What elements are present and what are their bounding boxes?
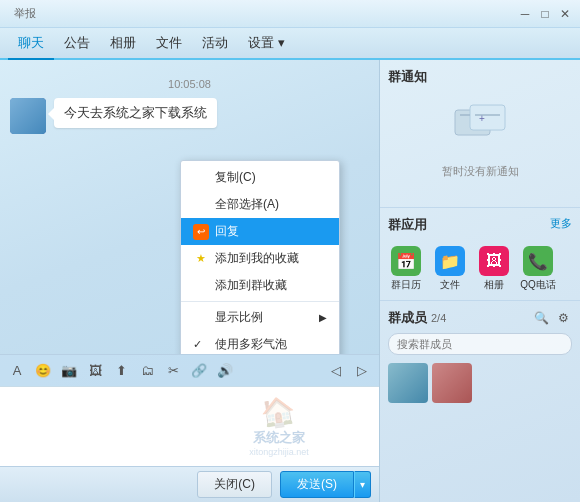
- reply-icon: ↩: [193, 224, 209, 240]
- folder-button[interactable]: 🗂: [136, 360, 158, 382]
- input-area: [0, 386, 379, 466]
- file-icon: 📁: [435, 246, 465, 276]
- settings-member-icon[interactable]: ⚙: [554, 309, 572, 327]
- bottom-buttons: 关闭(C) 发送(S) ▾: [0, 466, 379, 502]
- apps-title-row: 群应用 更多: [388, 216, 572, 240]
- svg-rect-1: [470, 105, 505, 130]
- member-avatar-2[interactable]: [432, 363, 472, 403]
- notify-section: 群通知 + 暂时没有新通知: [380, 60, 580, 208]
- message-row: 今天去系统之家下载系统: [10, 98, 369, 134]
- upload-button[interactable]: ⬆: [110, 360, 132, 382]
- tab-settings[interactable]: 设置 ▾: [238, 30, 295, 58]
- main-layout: 10:05:08 今天去系统之家下载系统 复制(C) 全部选择(A): [0, 60, 580, 502]
- tab-album[interactable]: 相册: [100, 30, 146, 58]
- ctx-display-ratio-arrow: ▶: [319, 312, 327, 323]
- tab-file[interactable]: 文件: [146, 30, 192, 58]
- ctx-reply-label: 回复: [215, 223, 239, 240]
- tab-chat[interactable]: 聊天: [8, 30, 54, 60]
- app-calendar[interactable]: 📅 群日历: [388, 246, 424, 292]
- ctx-use-bubble[interactable]: ✓ 使用多彩气泡: [181, 331, 339, 354]
- ctx-display-ratio-label: 显示比例: [215, 309, 263, 326]
- phone-label: QQ电话: [520, 278, 556, 292]
- chat-area: 10:05:08 今天去系统之家下载系统 复制(C) 全部选择(A): [0, 60, 380, 502]
- title-bar: 举报 ─ □ ✕: [0, 0, 580, 28]
- app-album[interactable]: 🖼 相册: [476, 246, 512, 292]
- file-label: 文件: [440, 278, 460, 292]
- members-count: 2/4: [431, 312, 446, 324]
- ctx-separator-1: [181, 301, 339, 302]
- message-bubble: 今天去系统之家下载系统: [54, 98, 217, 128]
- arrow-right-button[interactable]: ▷: [351, 360, 373, 382]
- album-icon: 🖼: [479, 246, 509, 276]
- ctx-use-bubble-label: 使用多彩气泡: [215, 336, 287, 353]
- scissors-button[interactable]: ✂: [162, 360, 184, 382]
- audio-button[interactable]: 🔊: [214, 360, 236, 382]
- send-button[interactable]: 发送(S): [280, 471, 354, 498]
- members-title-row: 群成员 2/4 🔍 ⚙: [388, 309, 572, 327]
- context-menu: 复制(C) 全部选择(A) ↩ 回复 ★ 添加到我的收藏 添加到群收藏: [180, 160, 340, 354]
- apps-title: 群应用: [388, 216, 427, 234]
- album-label: 相册: [484, 278, 504, 292]
- avatar: [10, 98, 46, 134]
- notify-empty: 暂时没有新通知: [388, 144, 572, 199]
- ctx-add-group-fav[interactable]: 添加到群收藏: [181, 272, 339, 299]
- calendar-label: 群日历: [391, 278, 421, 292]
- notify-icon: +: [450, 100, 510, 140]
- calendar-icon: 📅: [391, 246, 421, 276]
- star-icon: ★: [193, 251, 209, 267]
- ctx-add-fav[interactable]: ★ 添加到我的收藏: [181, 245, 339, 272]
- capture-button[interactable]: 📷: [58, 360, 80, 382]
- svg-text:+: +: [479, 113, 485, 124]
- close-chat-button[interactable]: 关闭(C): [197, 471, 272, 498]
- app-phone[interactable]: 📞 QQ电话: [520, 246, 556, 292]
- toolbar: A 😊 📷 🖼 ⬆ 🗂 ✂ 🔗 🔊 ◁ ▷: [0, 354, 379, 386]
- members-icons: 🔍 ⚙: [532, 309, 572, 327]
- app-file[interactable]: 📁 文件: [432, 246, 468, 292]
- minimize-button[interactable]: ─: [516, 5, 534, 23]
- apps-section: 群应用 更多 📅 群日历 📁 文件 🖼 相册 📞 QQ电话: [380, 208, 580, 301]
- emoji-button[interactable]: 😊: [32, 360, 54, 382]
- apps-list: 📅 群日历 📁 文件 🖼 相册 📞 QQ电话: [388, 246, 572, 292]
- members-section: 群成员 2/4 🔍 ⚙: [380, 301, 580, 502]
- member-avatar-1[interactable]: [388, 363, 428, 403]
- ctx-display-ratio[interactable]: 显示比例 ▶: [181, 304, 339, 331]
- nav-bar: 聊天 公告 相册 文件 活动 设置 ▾: [0, 28, 580, 60]
- message-input[interactable]: [4, 391, 375, 451]
- message-text: 今天去系统之家下载系统: [64, 105, 207, 120]
- members-title: 群成员: [388, 309, 427, 327]
- link-button[interactable]: 🔗: [188, 360, 210, 382]
- message-timestamp: 10:05:08: [10, 78, 369, 90]
- notify-title: 群通知: [388, 68, 572, 86]
- tab-notice[interactable]: 公告: [54, 30, 100, 58]
- avatar-image: [10, 98, 46, 134]
- ctx-select-all-label: 全部选择(A): [215, 196, 279, 213]
- ctx-copy[interactable]: 复制(C): [181, 164, 339, 191]
- maximize-button[interactable]: □: [536, 5, 554, 23]
- arrow-left-button[interactable]: ◁: [325, 360, 347, 382]
- send-arrow-button[interactable]: ▾: [354, 471, 371, 498]
- apps-more-link[interactable]: 更多: [550, 216, 572, 231]
- messages-container: 10:05:08 今天去系统之家下载系统 复制(C) 全部选择(A): [0, 60, 379, 354]
- member-avatars: [388, 363, 572, 403]
- ctx-reply[interactable]: ↩ 回复: [181, 218, 339, 245]
- right-panel: 群通知 + 暂时没有新通知 群应用 更多 📅 群日: [380, 60, 580, 502]
- phone-icon: 📞: [523, 246, 553, 276]
- send-button-wrap: 发送(S) ▾: [280, 471, 371, 498]
- close-button[interactable]: ✕: [556, 5, 574, 23]
- search-member-icon[interactable]: 🔍: [532, 309, 550, 327]
- font-button[interactable]: A: [6, 360, 28, 382]
- tab-activity[interactable]: 活动: [192, 30, 238, 58]
- ctx-select-all[interactable]: 全部选择(A): [181, 191, 339, 218]
- ctx-use-bubble-check: ✓: [193, 338, 209, 351]
- image-button[interactable]: 🖼: [84, 360, 106, 382]
- member-search-input[interactable]: [388, 333, 572, 355]
- ctx-add-fav-label: 添加到我的收藏: [215, 250, 299, 267]
- ctx-add-group-fav-label: 添加到群收藏: [215, 277, 287, 294]
- ctx-copy-label: 复制(C): [215, 169, 256, 186]
- report-link[interactable]: 举报: [14, 6, 36, 21]
